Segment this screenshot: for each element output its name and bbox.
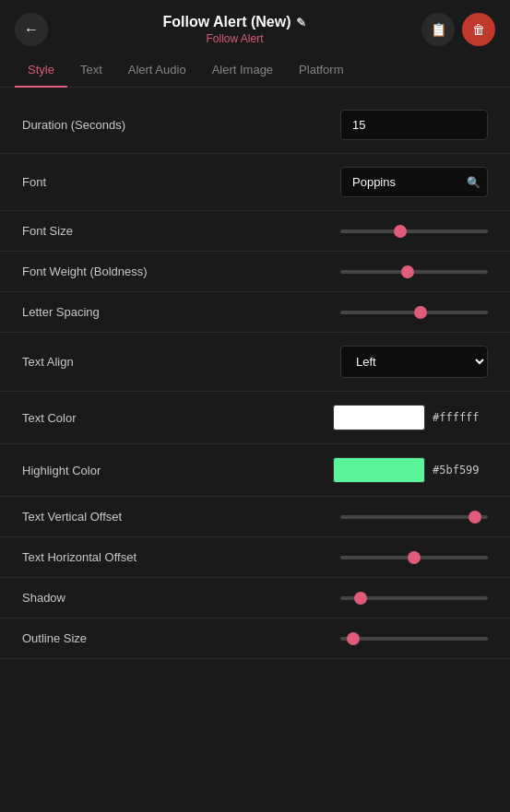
font-size-slider[interactable]	[340, 229, 488, 233]
text-horizontal-offset-slider[interactable]	[340, 556, 488, 559]
duration-label: Duration (Seconds)	[22, 118, 151, 132]
text-color-control: #ffffff	[151, 405, 488, 430]
title-text: Follow Alert (New)	[163, 14, 291, 30]
delete-icon: 🗑	[472, 22, 485, 37]
text-align-label: Text Align	[22, 355, 151, 369]
letter-spacing-control	[151, 311, 488, 314]
copy-button[interactable]: 📋	[421, 13, 455, 46]
tab-style[interactable]: Style	[15, 53, 67, 88]
font-control: 🔍	[151, 167, 488, 197]
shadow-control	[151, 596, 488, 600]
font-weight-slider-wrapper	[340, 270, 488, 274]
tabs-bar: Style Text Alert Audio Alert Image Platf…	[0, 53, 510, 88]
text-vertical-offset-slider-wrapper	[340, 515, 488, 519]
tab-text[interactable]: Text	[67, 53, 115, 88]
text-horizontal-offset-slider-wrapper	[340, 556, 488, 559]
duration-input[interactable]	[340, 110, 488, 140]
font-weight-slider[interactable]	[340, 270, 488, 274]
text-vertical-offset-row: Text Vertical Offset	[0, 497, 510, 537]
font-input-wrapper: 🔍	[340, 167, 488, 197]
text-align-select[interactable]: Left Center Right	[340, 346, 488, 378]
app-container: ← Follow Alert (New) ✎ Follow Alert 📋 🗑 …	[0, 0, 510, 812]
text-horizontal-offset-control	[151, 556, 488, 559]
letter-spacing-slider[interactable]	[340, 311, 488, 314]
tab-alert-audio[interactable]: Alert Audio	[115, 53, 199, 88]
font-row: Font 🔍	[0, 154, 510, 211]
highlight-color-label: Highlight Color	[22, 464, 151, 477]
text-color-label: Text Color	[22, 411, 151, 425]
font-input[interactable]	[340, 167, 488, 197]
highlight-color-control: #5bf599	[151, 457, 488, 483]
outline-size-slider[interactable]	[340, 637, 488, 641]
text-vertical-offset-slider[interactable]	[340, 515, 488, 519]
header: ← Follow Alert (New) ✎ Follow Alert 📋 🗑	[0, 0, 510, 53]
font-weight-control	[151, 270, 488, 274]
tab-platform[interactable]: Platform	[286, 53, 356, 88]
text-vertical-offset-control	[151, 515, 488, 519]
duration-row: Duration (Seconds)	[0, 97, 510, 154]
font-size-slider-wrapper	[340, 229, 488, 233]
copy-icon: 📋	[431, 22, 446, 37]
text-horizontal-offset-label: Text Horizontal Offset	[22, 550, 151, 564]
edit-icon: ✎	[296, 16, 306, 29]
font-weight-label: Font Weight (Boldness)	[22, 265, 151, 278]
outline-size-row: Outline Size	[0, 618, 510, 659]
text-vertical-offset-label: Text Vertical Offset	[22, 510, 151, 524]
text-align-control: Left Center Right	[151, 346, 488, 378]
duration-control	[151, 110, 488, 140]
text-color-swatch[interactable]	[333, 405, 425, 430]
font-size-row: Font Size	[0, 211, 510, 252]
letter-spacing-slider-wrapper	[340, 311, 488, 314]
shadow-row: Shadow	[0, 578, 510, 618]
highlight-color-row: Highlight Color #5bf599	[0, 444, 510, 497]
text-color-hex: #ffffff	[433, 411, 488, 424]
delete-button[interactable]: 🗑	[462, 13, 495, 46]
outline-size-label: Outline Size	[22, 631, 151, 645]
text-align-row: Text Align Left Center Right	[0, 333, 510, 392]
outline-size-slider-wrapper	[340, 637, 488, 641]
shadow-slider[interactable]	[340, 596, 488, 600]
back-button[interactable]: ←	[15, 13, 48, 46]
font-weight-row: Font Weight (Boldness)	[0, 252, 510, 292]
content-area: Duration (Seconds) Font 🔍 Font Size	[0, 88, 510, 812]
tab-alert-image[interactable]: Alert Image	[199, 53, 286, 88]
highlight-color-swatch[interactable]	[333, 457, 425, 483]
letter-spacing-row: Letter Spacing	[0, 292, 510, 333]
header-subtitle: Follow Alert	[206, 32, 263, 45]
text-horizontal-offset-row: Text Horizontal Offset	[0, 537, 510, 578]
letter-spacing-label: Letter Spacing	[22, 305, 151, 319]
shadow-label: Shadow	[22, 591, 151, 605]
header-actions: 📋 🗑	[421, 13, 495, 46]
outline-size-control	[151, 637, 488, 641]
header-title: Follow Alert (New) ✎	[163, 14, 307, 30]
back-icon: ←	[24, 21, 39, 38]
font-size-control	[151, 229, 488, 233]
font-label: Font	[22, 175, 151, 189]
shadow-slider-wrapper	[340, 596, 488, 600]
header-center: Follow Alert (New) ✎ Follow Alert	[163, 14, 307, 45]
text-color-row: Text Color #ffffff	[0, 392, 510, 444]
highlight-color-hex: #5bf599	[433, 464, 488, 477]
font-size-label: Font Size	[22, 224, 151, 238]
